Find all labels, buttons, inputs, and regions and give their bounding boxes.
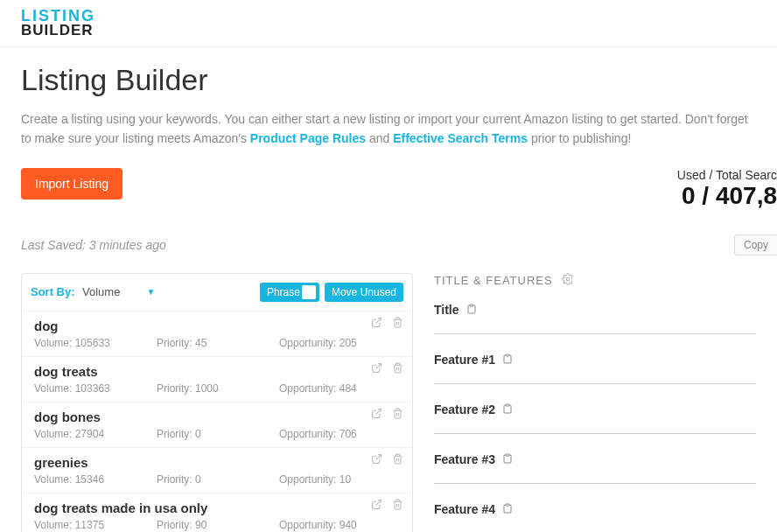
trash-icon[interactable]	[391, 317, 403, 329]
fields-list: TitleFeature #1Feature #2Feature #3Featu…	[434, 302, 756, 532]
section-title-text: TITLE & FEATURES	[434, 274, 553, 287]
intro-middle: and	[366, 131, 393, 145]
trash-icon[interactable]	[391, 362, 403, 374]
link-product-page-rules[interactable]: Product Page Rules	[250, 131, 366, 145]
intro-text: Create a listing using your keywords. Yo…	[21, 109, 756, 149]
external-link-icon[interactable]	[370, 453, 382, 466]
link-effective-search-terms[interactable]: Effective Search Terms	[393, 131, 528, 145]
field-row: Feature #3	[434, 452, 756, 467]
keyword-volume: Volume: 105633	[34, 337, 157, 349]
svg-line-0	[375, 318, 381, 324]
sort-by-value: Volume	[82, 285, 120, 298]
clipboard-icon[interactable]	[502, 402, 513, 417]
last-saved-text: Last Saved: 3 minutes ago	[21, 238, 166, 252]
field-row: Feature #1	[434, 352, 756, 368]
keyword-stats: Volume: 103363Priority: 1000Opportunity:…	[34, 382, 402, 395]
clipboard-icon[interactable]	[502, 501, 513, 517]
keyword-item-actions	[370, 408, 403, 420]
keyword-item[interactable]: greeniesVolume: 15346Priority: 0Opportun…	[22, 447, 412, 493]
field-row: Feature #4	[434, 501, 756, 517]
field-row: Feature #2	[434, 402, 756, 417]
svg-line-2	[375, 410, 381, 415]
field-label: Feature #2	[434, 402, 495, 416]
svg-line-1	[375, 364, 381, 369]
external-link-icon[interactable]	[370, 362, 382, 374]
keyword-stats: Volume: 15346Priority: 0Opportunity: 10	[34, 473, 402, 486]
trash-icon[interactable]	[391, 499, 403, 511]
toggle-knob	[302, 285, 316, 299]
keyword-opportunity: Opportunity: 706	[279, 428, 402, 440]
keyword-term: dog treats made in usa only	[34, 500, 402, 515]
keyword-priority: Priority: 0	[157, 428, 279, 440]
svg-line-3	[375, 455, 381, 460]
sort-by-label: Sort By:	[31, 285, 75, 298]
field-block: Feature #2	[434, 402, 756, 434]
field-label: Feature #3	[434, 452, 495, 466]
gear-icon[interactable]	[562, 273, 574, 288]
external-link-icon[interactable]	[370, 499, 382, 511]
field-block: Title	[434, 302, 756, 334]
keyword-item[interactable]: dog treatsVolume: 103363Priority: 1000Op…	[22, 356, 412, 402]
field-input[interactable]	[434, 333, 756, 334]
field-block: Feature #1	[434, 352, 756, 384]
keyword-item-actions	[370, 362, 403, 374]
totals-value: 0 / 407,8	[677, 182, 777, 210]
saved-row: Last Saved: 3 minutes ago Copy	[21, 234, 756, 256]
field-label: Feature #1	[434, 353, 495, 367]
keyword-volume: Volume: 11375	[34, 519, 157, 531]
import-listing-button[interactable]: Import Listing	[21, 168, 122, 200]
keyword-volume: Volume: 103363	[34, 382, 157, 395]
field-block: Feature #4	[434, 501, 756, 532]
panels: Sort By: Volume ▼ Phrase Move Unused dog…	[21, 273, 756, 532]
keyword-stats: Volume: 11375Priority: 90Opportunity: 94…	[34, 519, 402, 531]
field-block: Feature #3	[434, 452, 756, 484]
phrase-toggle-label: Phrase	[267, 286, 300, 298]
keyword-item-actions	[370, 453, 403, 466]
keyword-stats: Volume: 105633Priority: 45Opportunity: 2…	[34, 337, 402, 349]
keywords-panel: Sort By: Volume ▼ Phrase Move Unused dog…	[21, 273, 413, 532]
actions-row: Import Listing Used / Total Searc 0 / 40…	[21, 168, 756, 210]
move-unused-button[interactable]: Move Unused	[325, 283, 403, 302]
phrase-toggle[interactable]: Phrase	[260, 283, 319, 302]
keyword-item-actions	[370, 499, 403, 511]
sort-right: Phrase Move Unused	[260, 283, 403, 302]
keyword-opportunity: Opportunity: 484	[279, 382, 402, 395]
clipboard-icon[interactable]	[502, 352, 513, 368]
svg-line-4	[375, 500, 381, 506]
trash-icon[interactable]	[391, 408, 403, 420]
keyword-term: dog	[34, 318, 402, 333]
svg-point-5	[566, 277, 570, 281]
svg-rect-9	[506, 454, 509, 456]
keyword-opportunity: Opportunity: 940	[279, 519, 402, 531]
external-link-icon[interactable]	[370, 408, 382, 420]
keyword-item[interactable]: dogVolume: 105633Priority: 45Opportunity…	[22, 311, 412, 356]
field-input[interactable]	[434, 483, 756, 484]
chevron-down-icon: ▼	[146, 287, 155, 297]
sort-by-select[interactable]: Volume ▼	[79, 284, 158, 300]
topbar: LISTING BUILDER	[0, 0, 777, 47]
sort-bar: Sort By: Volume ▼ Phrase Move Unused	[22, 274, 412, 311]
svg-rect-10	[506, 504, 509, 506]
keyword-volume: Volume: 15346	[34, 473, 157, 486]
field-row: Title	[434, 302, 756, 318]
field-input[interactable]	[434, 383, 756, 384]
keyword-opportunity: Opportunity: 10	[279, 473, 402, 486]
keyword-item[interactable]: dog bonesVolume: 27904Priority: 0Opportu…	[22, 402, 412, 447]
search-totals: Used / Total Searc 0 / 407,8	[677, 168, 777, 210]
clipboard-icon[interactable]	[502, 452, 513, 467]
copy-button[interactable]: Copy	[734, 234, 777, 256]
main-container: Listing Builder Create a listing using y…	[0, 47, 777, 532]
field-label: Title	[434, 303, 459, 317]
title-features-panel: TITLE & FEATURES TitleFeature #1Feature …	[430, 273, 756, 532]
svg-rect-7	[506, 354, 509, 356]
section-title: TITLE & FEATURES	[434, 273, 756, 288]
keyword-priority: Priority: 90	[157, 519, 279, 531]
keyword-term: greenies	[34, 455, 402, 470]
field-input[interactable]	[434, 433, 756, 434]
field-label: Feature #4	[434, 502, 495, 516]
external-link-icon[interactable]	[370, 317, 382, 329]
keyword-item[interactable]: dog treats made in usa onlyVolume: 11375…	[22, 493, 412, 532]
svg-rect-6	[470, 304, 473, 306]
clipboard-icon[interactable]	[466, 302, 477, 318]
trash-icon[interactable]	[391, 453, 403, 466]
